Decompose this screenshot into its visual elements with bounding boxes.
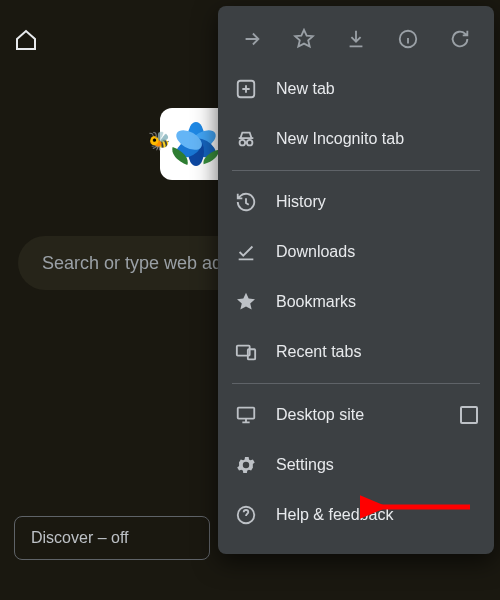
history-icon	[234, 190, 258, 214]
bee-decoration: 🐝	[148, 130, 170, 152]
svg-point-3	[247, 140, 253, 146]
svg-point-2	[240, 140, 246, 146]
menu-item-label: Settings	[276, 456, 334, 474]
info-button[interactable]	[396, 27, 420, 51]
menu-item-label: New Incognito tab	[276, 130, 404, 148]
devices-icon	[234, 340, 258, 364]
menu-item-label: Desktop site	[276, 406, 364, 424]
info-icon	[397, 28, 419, 50]
plus-box-icon	[234, 77, 258, 101]
download-button[interactable]	[344, 27, 368, 51]
home-icon	[14, 28, 38, 52]
menu-item-downloads[interactable]: Downloads	[218, 227, 494, 277]
monitor-icon	[234, 403, 258, 427]
menu-item-help[interactable]: Help & feedback	[218, 490, 494, 540]
refresh-icon	[449, 28, 471, 50]
bookmark-button[interactable]	[292, 27, 316, 51]
menu-item-settings[interactable]: Settings	[218, 440, 494, 490]
menu-item-label: Downloads	[276, 243, 355, 261]
menu-item-label: New tab	[276, 80, 335, 98]
incognito-icon	[234, 127, 258, 151]
menu-top-row	[218, 14, 494, 64]
menu-item-bookmarks[interactable]: Bookmarks	[218, 277, 494, 327]
menu-item-recent-tabs[interactable]: Recent tabs	[218, 327, 494, 377]
refresh-button[interactable]	[448, 27, 472, 51]
menu-item-incognito[interactable]: New Incognito tab	[218, 114, 494, 164]
menu-item-label: Help & feedback	[276, 506, 393, 524]
menu-divider	[232, 383, 480, 384]
menu-item-desktop-site[interactable]: Desktop site	[218, 390, 494, 440]
menu-item-label: Recent tabs	[276, 343, 361, 361]
star-icon	[293, 28, 315, 50]
help-icon	[234, 503, 258, 527]
forward-button[interactable]	[240, 27, 264, 51]
svg-rect-6	[238, 408, 255, 419]
home-button[interactable]	[14, 28, 38, 56]
download-icon	[345, 28, 367, 50]
menu-item-label: History	[276, 193, 326, 211]
forward-icon	[241, 28, 263, 50]
discover-label: Discover – off	[31, 529, 129, 547]
menu-divider	[232, 170, 480, 171]
menu-item-new-tab[interactable]: New tab	[218, 64, 494, 114]
desktop-site-checkbox[interactable]	[460, 406, 478, 424]
menu-item-label: Bookmarks	[276, 293, 356, 311]
menu-item-history[interactable]: History	[218, 177, 494, 227]
gear-icon	[234, 453, 258, 477]
discover-card[interactable]: Discover – off	[14, 516, 210, 560]
check-underline-icon	[234, 240, 258, 264]
star-fill-icon	[234, 290, 258, 314]
overflow-menu: New tab New Incognito tab History Downlo…	[218, 6, 494, 554]
